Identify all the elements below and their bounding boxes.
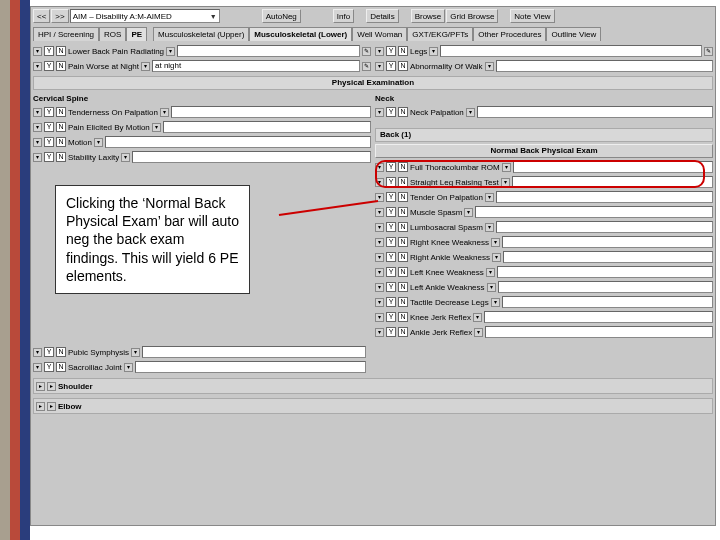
yes-toggle[interactable]: Y [44, 347, 54, 357]
yes-toggle[interactable]: Y [386, 177, 396, 187]
tab-msk-upper[interactable]: Musculoskeletal (Upper) [153, 27, 249, 41]
chevron-down-icon[interactable]: ▾ [160, 108, 169, 117]
note-view-button[interactable]: Note View [510, 9, 554, 23]
item-input[interactable] [142, 346, 366, 358]
yes-toggle[interactable]: Y [386, 222, 396, 232]
collapse-icon[interactable]: ▾ [375, 193, 384, 202]
chevron-down-icon[interactable]: ▾ [131, 348, 140, 357]
collapse-icon[interactable]: ▾ [375, 238, 384, 247]
collapse-icon[interactable]: ▾ [375, 163, 384, 172]
item-input[interactable] [163, 121, 371, 133]
yes-toggle[interactable]: Y [386, 282, 396, 292]
chevron-down-icon[interactable]: ▾ [166, 47, 175, 56]
elbow-expander[interactable]: ▸ ▸ Elbow [33, 398, 713, 414]
yes-toggle[interactable]: Y [386, 297, 396, 307]
yes-toggle[interactable]: Y [386, 192, 396, 202]
yes-toggle[interactable]: Y [44, 137, 54, 147]
chevron-down-icon[interactable]: ▾ [492, 253, 501, 262]
tab-hpi[interactable]: HPI / Screening [33, 27, 99, 41]
collapse-icon[interactable]: ▾ [375, 178, 384, 187]
details-button[interactable]: Details [366, 9, 398, 23]
yes-toggle[interactable]: Y [44, 362, 54, 372]
item-input[interactable] [512, 176, 713, 188]
yes-toggle[interactable]: Y [386, 267, 396, 277]
yes-toggle[interactable]: Y [386, 237, 396, 247]
collapse-icon[interactable]: ▾ [33, 47, 42, 56]
no-toggle[interactable]: N [56, 61, 66, 71]
item-input[interactable] [477, 106, 713, 118]
item-input[interactable] [502, 296, 713, 308]
browse-button[interactable]: Browse [411, 9, 446, 23]
item-input[interactable] [485, 326, 713, 338]
yes-toggle[interactable]: Y [44, 107, 54, 117]
no-toggle[interactable]: N [398, 222, 408, 232]
chevron-down-icon[interactable]: ▾ [491, 298, 500, 307]
normal-back-exam-bar[interactable]: Normal Back Physical Exam [375, 144, 713, 158]
chevron-down-icon[interactable]: ▾ [94, 138, 103, 147]
chevron-down-icon[interactable]: ▾ [486, 268, 495, 277]
item-input[interactable] [135, 361, 366, 373]
no-toggle[interactable]: N [398, 162, 408, 172]
no-toggle[interactable]: N [398, 327, 408, 337]
item-input[interactable] [440, 45, 702, 57]
no-toggle[interactable]: N [398, 207, 408, 217]
no-toggle[interactable]: N [56, 46, 66, 56]
tab-gxt[interactable]: GXT/EKG/PFTs [407, 27, 473, 41]
no-toggle[interactable]: N [398, 107, 408, 117]
chevron-down-icon[interactable]: ▾ [474, 328, 483, 337]
yes-toggle[interactable]: Y [386, 252, 396, 262]
next-button[interactable]: >> [51, 9, 68, 23]
chevron-down-icon[interactable]: ▾ [124, 363, 133, 372]
item-input[interactable] [496, 221, 713, 233]
chevron-down-icon[interactable]: ▾ [501, 178, 510, 187]
collapse-icon[interactable]: ▾ [33, 363, 42, 372]
item-input[interactable] [497, 266, 713, 278]
yes-toggle[interactable]: Y [44, 152, 54, 162]
item-input[interactable] [496, 60, 713, 72]
yes-toggle[interactable]: Y [44, 61, 54, 71]
no-toggle[interactable]: N [398, 192, 408, 202]
chevron-down-icon[interactable]: ▾ [502, 163, 511, 172]
collapse-icon[interactable]: ▾ [375, 268, 384, 277]
tab-other-proc[interactable]: Other Procedures [473, 27, 546, 41]
edit-icon[interactable]: ✎ [362, 47, 371, 56]
item-input[interactable] [105, 136, 371, 148]
tab-msk-lower[interactable]: Musculoskeletal (Lower) [249, 27, 352, 41]
collapse-icon[interactable]: ▾ [33, 108, 42, 117]
item-input[interactable]: at night [152, 60, 360, 72]
collapse-icon[interactable]: ▾ [375, 62, 384, 71]
edit-icon[interactable]: ✎ [362, 62, 371, 71]
autoneg-button[interactable]: AutoNeg [262, 9, 301, 23]
item-input[interactable] [502, 236, 713, 248]
chevron-down-icon[interactable]: ▾ [485, 193, 494, 202]
yes-toggle[interactable]: Y [386, 327, 396, 337]
chevron-down-icon[interactable]: ▾ [429, 47, 438, 56]
tab-outline[interactable]: Outline View [546, 27, 601, 41]
yes-toggle[interactable]: Y [386, 107, 396, 117]
chevron-down-icon[interactable]: ▾ [121, 153, 130, 162]
yes-toggle[interactable]: Y [386, 61, 396, 71]
yes-toggle[interactable]: Y [386, 46, 396, 56]
collapse-icon[interactable]: ▾ [375, 283, 384, 292]
collapse-icon[interactable]: ▾ [375, 328, 384, 337]
collapse-icon[interactable]: ▾ [33, 123, 42, 132]
item-input[interactable] [177, 45, 360, 57]
chevron-down-icon[interactable]: ▾ [464, 208, 473, 217]
collapse-icon[interactable]: ▾ [33, 62, 42, 71]
grid-browse-button[interactable]: Grid Browse [446, 9, 498, 23]
collapse-icon[interactable]: ▾ [375, 298, 384, 307]
edit-icon[interactable]: ✎ [704, 47, 713, 56]
no-toggle[interactable]: N [398, 237, 408, 247]
no-toggle[interactable]: N [56, 152, 66, 162]
no-toggle[interactable]: N [398, 297, 408, 307]
no-toggle[interactable]: N [398, 61, 408, 71]
tab-ros[interactable]: ROS [99, 27, 126, 41]
info-button[interactable]: Info [333, 9, 354, 23]
yes-toggle[interactable]: Y [386, 162, 396, 172]
collapse-icon[interactable]: ▾ [375, 223, 384, 232]
chevron-down-icon[interactable]: ▾ [141, 62, 150, 71]
no-toggle[interactable]: N [56, 122, 66, 132]
yes-toggle[interactable]: Y [44, 122, 54, 132]
no-toggle[interactable]: N [398, 282, 408, 292]
no-toggle[interactable]: N [56, 137, 66, 147]
